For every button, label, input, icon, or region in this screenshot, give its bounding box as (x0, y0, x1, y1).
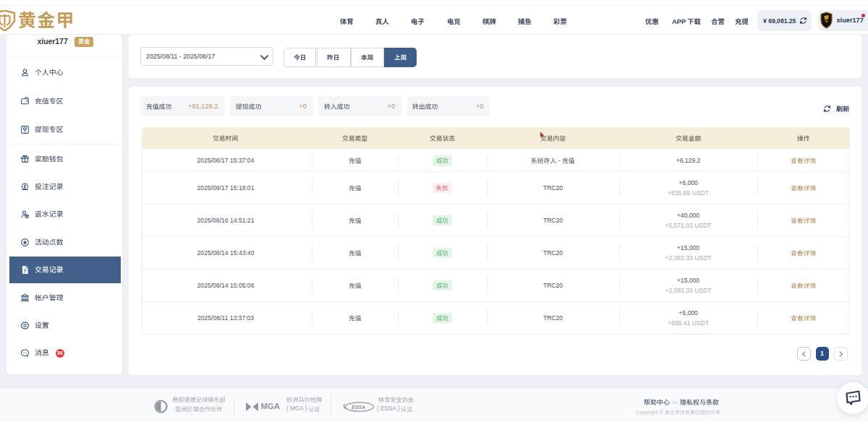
svg-text:ESSA: ESSA (352, 404, 365, 409)
